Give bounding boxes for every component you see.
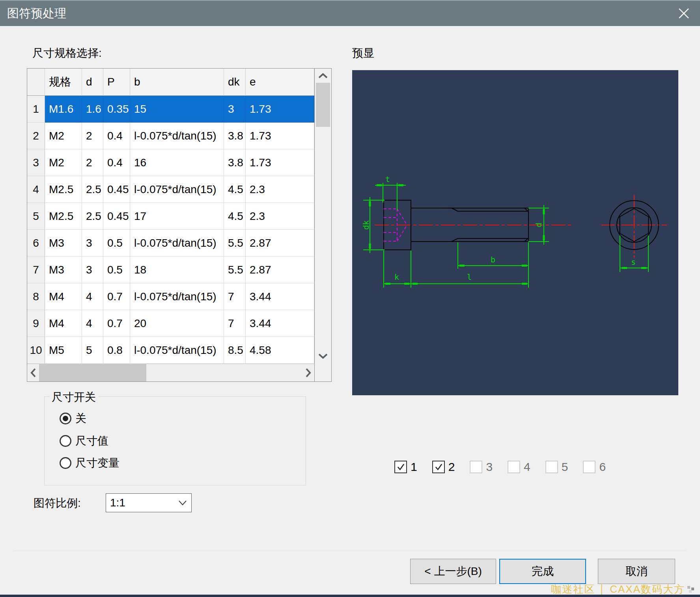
vertical-scrollbar[interactable] bbox=[314, 69, 331, 381]
table-cell: M2 bbox=[45, 123, 82, 149]
table-cell: 0.35 bbox=[103, 96, 130, 123]
dim-label-s: s bbox=[631, 257, 636, 267]
checkbox bbox=[545, 461, 558, 473]
spec-select-label: 尺寸规格选择: bbox=[32, 46, 102, 61]
table-row[interactable]: 8M440.7l-0.075*d/tan(15)73.44 bbox=[27, 283, 314, 310]
table-cell: 4.5 bbox=[224, 176, 246, 203]
column-header: b bbox=[130, 69, 224, 96]
table-cell: 4.58 bbox=[246, 337, 314, 364]
table-row[interactable]: 7M330.5185.52.87 bbox=[27, 257, 314, 283]
column-header: d bbox=[82, 69, 103, 96]
chevron-up-icon bbox=[318, 72, 328, 79]
scroll-left-arrow[interactable] bbox=[27, 364, 39, 381]
table-cell: M2.5 bbox=[45, 176, 82, 203]
table-cell: 0.5 bbox=[103, 257, 130, 283]
screw-drawing: t dk d b bbox=[352, 70, 678, 395]
table-cell: 8.5 bbox=[224, 337, 246, 364]
scale-label: 图符比例: bbox=[34, 496, 81, 511]
dim-label-l: l bbox=[467, 272, 472, 282]
chevron-left-icon bbox=[30, 368, 37, 378]
table-row[interactable]: 6M330.5l-0.075*d/tan(15)5.52.87 bbox=[27, 230, 314, 257]
table-row[interactable]: 1M1.61.60.351531.73 bbox=[27, 96, 314, 123]
table-cell: 17 bbox=[130, 203, 224, 230]
finish-button[interactable]: 完成 bbox=[499, 559, 586, 584]
table-cell: 0.45 bbox=[103, 176, 130, 203]
view-toggle-4: 4 bbox=[508, 460, 530, 474]
table-cell: M3 bbox=[45, 257, 82, 283]
radio-option-1[interactable]: 关 bbox=[60, 411, 86, 426]
preview-label: 预显 bbox=[352, 46, 374, 61]
checkbox bbox=[432, 461, 445, 473]
table-cell: 2.3 bbox=[246, 176, 314, 203]
table-row[interactable]: 2M220.4l-0.075*d/tan(15)3.81.73 bbox=[27, 123, 314, 149]
table-cell: 7 bbox=[224, 310, 246, 337]
titlebar: 图符预处理 bbox=[0, 0, 700, 26]
table-cell: 4 bbox=[82, 310, 103, 337]
dim-label-dk: dk bbox=[361, 220, 371, 230]
view-toggle-2[interactable]: 2 bbox=[432, 460, 455, 474]
table-cell: l-0.075*d/tan(15) bbox=[130, 123, 224, 149]
scale-value: 1:1 bbox=[106, 497, 178, 509]
table-cell: 3 bbox=[82, 257, 103, 283]
dim-label-t: t bbox=[385, 175, 390, 184]
view-toggle-6: 6 bbox=[583, 460, 606, 474]
table-cell: M3 bbox=[45, 230, 82, 257]
checkbox bbox=[508, 461, 520, 473]
checkbox-label: 3 bbox=[486, 460, 493, 474]
radio-option-3[interactable]: 尺寸变量 bbox=[60, 456, 119, 471]
row-number: 3 bbox=[27, 149, 45, 176]
table-cell: l-0.075*d/tan(15) bbox=[130, 283, 224, 310]
table-cell: 2.5 bbox=[82, 203, 103, 230]
table-cell: M1.6 bbox=[45, 96, 82, 123]
table-corner-cell bbox=[27, 69, 45, 96]
row-number: 8 bbox=[27, 283, 45, 310]
checkbox-label: 4 bbox=[524, 460, 530, 474]
view-toggle-1[interactable]: 1 bbox=[394, 460, 417, 474]
table-cell: 5 bbox=[82, 337, 103, 364]
radio-label: 尺寸值 bbox=[75, 433, 108, 448]
horizontal-scrollbar[interactable] bbox=[27, 364, 314, 381]
table-cell: M2 bbox=[45, 149, 82, 176]
close-button[interactable] bbox=[672, 1, 695, 26]
table-cell: 2 bbox=[82, 123, 103, 149]
scroll-up-arrow[interactable] bbox=[315, 69, 331, 82]
table-cell: 0.7 bbox=[103, 283, 130, 310]
back-button[interactable]: < 上一步(B) bbox=[410, 559, 496, 584]
table-row[interactable]: 5M2.52.50.45174.52.3 bbox=[27, 203, 314, 230]
radio-option-2[interactable]: 尺寸值 bbox=[60, 433, 108, 448]
column-header: dk bbox=[224, 69, 246, 96]
scale-select[interactable]: 1:1 bbox=[106, 493, 192, 512]
row-number: 1 bbox=[27, 96, 45, 123]
table-row[interactable]: 9M440.72073.44 bbox=[27, 310, 314, 337]
checkbox-label: 5 bbox=[562, 460, 568, 474]
scroll-right-arrow[interactable] bbox=[302, 364, 314, 381]
table-cell: 2.87 bbox=[246, 257, 314, 283]
radio-circle-icon bbox=[60, 435, 71, 447]
row-number: 7 bbox=[27, 257, 45, 283]
dim-label-k: k bbox=[394, 272, 399, 282]
dim-label-d: d bbox=[534, 223, 543, 227]
radio-label: 关 bbox=[75, 411, 86, 426]
table-cell: 1.73 bbox=[246, 149, 314, 176]
row-number: 6 bbox=[27, 230, 45, 257]
table-row[interactable]: 10M550.8l-0.075*d/tan(15)8.54.58 bbox=[27, 337, 314, 364]
vertical-scroll-thumb[interactable] bbox=[316, 83, 330, 127]
table-cell: 3.44 bbox=[246, 283, 314, 310]
column-header: e bbox=[246, 69, 314, 96]
watermark: 咖迷社区 │ CAXA数码大方 bbox=[551, 582, 695, 596]
table-cell: 3.8 bbox=[224, 149, 246, 176]
horizontal-scroll-thumb[interactable] bbox=[39, 364, 146, 381]
table-cell: 0.7 bbox=[103, 310, 130, 337]
row-number: 9 bbox=[27, 310, 45, 337]
view-toggle-5: 5 bbox=[545, 460, 568, 474]
cancel-button[interactable]: 取消 bbox=[598, 559, 675, 584]
scroll-down-arrow[interactable] bbox=[315, 350, 331, 363]
table-row[interactable]: 4M2.52.50.45l-0.075*d/tan(15)4.52.3 bbox=[27, 176, 314, 203]
table-cell: 20 bbox=[130, 310, 224, 337]
window-title: 图符预处理 bbox=[7, 1, 66, 26]
radio-circle-icon bbox=[60, 413, 71, 424]
table-cell: 2 bbox=[82, 149, 103, 176]
table-cell: 7 bbox=[224, 283, 246, 310]
table-row[interactable]: 3M220.4163.81.73 bbox=[27, 149, 314, 176]
table-cell: 2.5 bbox=[82, 176, 103, 203]
